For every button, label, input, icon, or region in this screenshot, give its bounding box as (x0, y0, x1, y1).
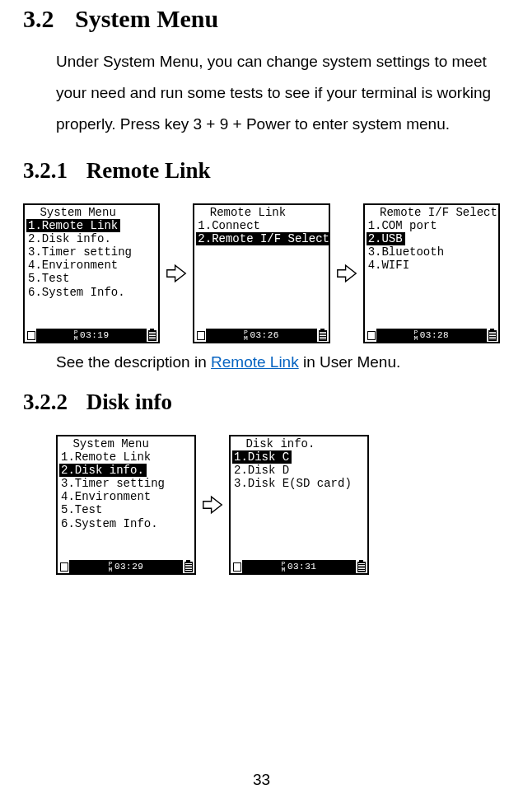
keyboard-icon (26, 329, 35, 340)
menu-item-selected: 1.Remote Link (26, 219, 120, 232)
screen-title: System Menu (58, 436, 194, 450)
menu-item: 1.COM port (367, 219, 437, 232)
arrow-right-icon (201, 493, 224, 516)
status-time: PM03:31 (242, 560, 356, 573)
subsection-heading: 3.2.2 Disk info (23, 390, 500, 415)
keyboard-icon (58, 561, 68, 572)
screen-title: Remote Link (194, 205, 328, 219)
terminal-screen: Remote I/F Select1.COM port2.USB3.Blueto… (363, 203, 500, 343)
keyboard-icon (366, 329, 376, 340)
menu-item: 5.Test (59, 503, 102, 516)
screen-body: 1.COM port2.USB3.Bluetooth4.WIFI (365, 219, 498, 329)
section-intro: Under System Menu, you can change system… (56, 46, 492, 140)
battery-icon (147, 329, 157, 340)
section-number: 3.2 (23, 5, 54, 33)
menu-item: 2.Disk info. (26, 232, 111, 245)
screen-body: 1.Remote Link2.Disk info.3.Timer setting… (58, 450, 194, 560)
menu-item: 5.Test (26, 272, 69, 285)
menu-item: 1.Remote Link (59, 450, 151, 464)
menu-item: 6.System Info. (59, 517, 158, 530)
screen-status-bar: PM03:29 (58, 560, 194, 573)
status-time: PM03:29 (69, 560, 183, 573)
disk-info-screens: System Menu1.Remote Link2.Disk info.3.Ti… (56, 435, 500, 575)
keyboard-icon (195, 329, 205, 340)
menu-item: 4.WIFI (367, 259, 409, 272)
arrow-right-icon (201, 493, 224, 516)
terminal-screen: System Menu1.Remote Link2.Disk info.3.Ti… (56, 435, 196, 575)
screen-status-bar: PM03:28 (365, 329, 498, 342)
section-title: System Menu (75, 5, 218, 32)
menu-item: 3.Timer setting (26, 245, 132, 259)
subsection-title: Disk info (86, 390, 172, 414)
arrow-right-icon (335, 262, 358, 285)
screen-title: Remote I/F Select (365, 205, 498, 219)
menu-item: 3.Timer setting (59, 477, 165, 490)
remote-link-link[interactable]: Remote Link (211, 353, 299, 371)
menu-item-selected: 1.Disk C (232, 450, 292, 464)
screen-status-bar: PM03:19 (25, 329, 158, 342)
screen-title: System Menu (25, 205, 158, 219)
remote-link-caption: See the description in Remote Link in Us… (56, 353, 500, 371)
menu-item: 3.Disk E(SD card) (232, 477, 352, 490)
subsection-title: Remote Link (86, 158, 211, 183)
caption-pre: See the description in (56, 353, 211, 371)
keyboard-icon (231, 561, 241, 572)
status-time: PM03:19 (36, 329, 147, 342)
terminal-screen: Disk info.1.Disk C2.Disk D3.Disk E(SD ca… (229, 435, 369, 575)
battery-icon (184, 560, 194, 572)
menu-item: 4.Environment (26, 259, 118, 272)
caption-post: in User Menu. (299, 353, 401, 371)
screen-status-bar: PM03:26 (194, 329, 328, 342)
terminal-screen: Remote Link1.Connect2.Remote I/F SelectP… (193, 203, 329, 343)
terminal-screen: System Menu1.Remote Link2.Disk info.3.Ti… (23, 203, 160, 343)
screen-body: 1.Connect2.Remote I/F Select (194, 219, 328, 329)
screen-title: Disk info. (231, 436, 367, 450)
subsection-number: 3.2.2 (23, 390, 68, 415)
section-heading: 3.2 System Menu (23, 5, 500, 33)
arrow-right-icon (335, 262, 358, 285)
menu-item-selected: 2.Remote I/F Select (196, 232, 329, 245)
menu-item: 1.Connect (196, 219, 260, 232)
menu-item-selected: 2.Disk info. (59, 464, 147, 477)
arrow-right-icon (165, 262, 188, 285)
battery-icon (318, 329, 328, 340)
menu-item-selected: 2.USB (367, 232, 405, 245)
screen-status-bar: PM03:31 (231, 560, 367, 573)
screen-body: 1.Remote Link2.Disk info.3.Timer setting… (25, 219, 158, 329)
menu-item: 4.Environment (59, 490, 151, 503)
subsection-heading: 3.2.1 Remote Link (23, 158, 500, 184)
arrow-right-icon (165, 262, 188, 285)
status-time: PM03:28 (376, 329, 487, 342)
remote-link-screens: System Menu1.Remote Link2.Disk info.3.Ti… (23, 203, 500, 343)
menu-item: 3.Bluetooth (367, 245, 444, 259)
page-number: 33 (0, 771, 523, 789)
battery-icon (488, 329, 497, 340)
status-time: PM03:26 (206, 329, 316, 342)
screen-body: 1.Disk C2.Disk D3.Disk E(SD card) (231, 450, 367, 560)
menu-item: 6.System Info. (26, 286, 125, 299)
battery-icon (357, 560, 367, 572)
subsection-number: 3.2.1 (23, 158, 68, 184)
menu-item: 2.Disk D (232, 464, 289, 477)
